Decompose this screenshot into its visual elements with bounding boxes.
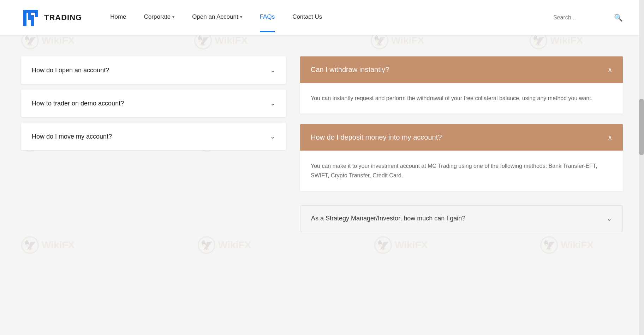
accordion-title-2: How do I deposit money into my account? (311, 133, 442, 141)
faq-item-2[interactable]: How to trader on demo account? ⌄ (21, 90, 286, 117)
faq-question-2: How to trader on demo account? (32, 100, 124, 107)
corporate-chevron-icon: ▾ (172, 14, 174, 19)
svg-rect-2 (28, 10, 31, 20)
search-icon: 🔍 (614, 14, 623, 22)
accordion-title-3: As a Strategy Manager/Investor, how much… (311, 215, 465, 222)
accordion-answer-1: You can instantly request and perform th… (311, 93, 612, 103)
accordion-body-1: You can instantly request and perform th… (300, 83, 623, 114)
nav-open-account[interactable]: Open an Account ▾ (192, 13, 242, 22)
left-faq-column: How do I open an account? ⌄ How to trade… (21, 56, 286, 232)
scrollbar[interactable] (639, 0, 644, 335)
open-account-chevron-icon: ▾ (240, 14, 242, 19)
faq-chevron-2: ⌄ (270, 99, 275, 107)
nav-home[interactable]: Home (110, 13, 126, 22)
accordion-chevron-up-2: ∧ (608, 134, 612, 141)
svg-rect-5 (35, 10, 38, 17)
main-nav: Home Corporate ▾ Open an Account ▾ FAQs … (110, 13, 553, 22)
logo-icon (21, 8, 41, 28)
nav-contact-us[interactable]: Contact Us (292, 13, 322, 22)
accordion-chevron-down-3: ⌄ (607, 215, 612, 223)
faq-question-1: How do I open an account? (32, 67, 109, 74)
accordion-item-1: Can I withdraw instantly? ∧ You can inst… (300, 56, 623, 114)
accordion-header-2[interactable]: How do I deposit money into my account? … (300, 124, 623, 151)
svg-rect-3 (31, 15, 34, 26)
faq-chevron-3: ⌄ (270, 133, 275, 140)
accordion-header-3[interactable]: As a Strategy Manager/Investor, how much… (300, 205, 623, 232)
accordion-answer-2: You can make it to your investment accou… (311, 161, 612, 180)
accordion-header-1[interactable]: Can I withdraw instantly? ∧ (300, 56, 623, 83)
accordion-chevron-up-1: ∧ (608, 66, 612, 74)
faq-item-1[interactable]: How do I open an account? ⌄ (21, 56, 286, 84)
accordion-item-3: As a Strategy Manager/Investor, how much… (300, 205, 623, 232)
search-button[interactable]: 🔍 (614, 13, 623, 22)
accordion-item-2: How do I deposit money into my account? … (300, 124, 623, 191)
logo-text: TRADING (44, 13, 82, 22)
faq-question-3: How do I move my account? (32, 133, 112, 140)
accordion-title-1: Can I withdraw instantly? (311, 66, 389, 74)
faq-item-3[interactable]: How do I move my account? ⌄ (21, 123, 286, 150)
header: TRADING Home Corporate ▾ Open an Account… (0, 0, 644, 35)
search-area: 🔍 (553, 13, 623, 22)
nav-faqs[interactable]: FAQs (260, 13, 275, 22)
logo-area[interactable]: TRADING (21, 8, 82, 28)
search-input[interactable] (553, 14, 610, 21)
accordion-body-2: You can make it to your investment accou… (300, 151, 623, 191)
faq-chevron-1: ⌄ (270, 66, 275, 74)
nav-corporate[interactable]: Corporate ▾ (144, 13, 175, 22)
right-accordion-column: Can I withdraw instantly? ∧ You can inst… (300, 56, 623, 232)
main-content: How do I open an account? ⌄ How to trade… (0, 35, 644, 253)
scrollbar-thumb[interactable] (639, 99, 644, 155)
